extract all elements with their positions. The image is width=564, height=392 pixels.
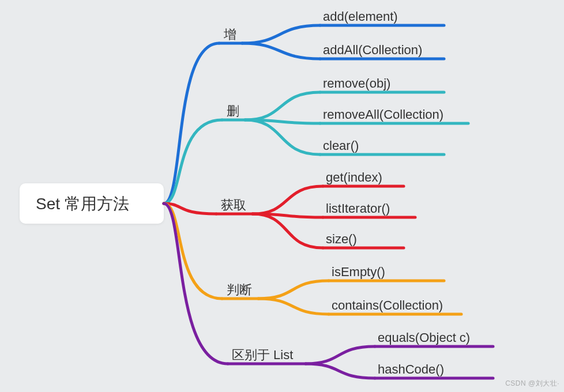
leaf-equals: equals(Object c): [378, 330, 470, 345]
leaf-addall: addAll(Collection): [323, 43, 422, 57]
leaf-removeall: removeAll(Collection): [323, 107, 443, 122]
leaf-get-index: get(index): [326, 170, 382, 184]
leaf-listiterator: listIterator(): [326, 201, 390, 216]
mindmap-canvas: Set 常用方法 增 add(element) addAll(Collectio…: [0, 0, 564, 392]
root-label: Set 常用方法: [36, 195, 129, 213]
leaf-clear: clear(): [323, 138, 359, 153]
branch-add: 增 add(element) addAll(Collection): [164, 9, 444, 203]
leaf-contains: contains(Collection): [332, 298, 443, 312]
branch-remove: 删 remove(obj) removeAll(Collection) clea…: [164, 76, 468, 203]
leaf-add-element: add(element): [323, 9, 398, 24]
root-node: Set 常用方法: [20, 183, 164, 224]
branch-add-label: 增: [223, 27, 236, 42]
leaf-isempty: isEmpty(): [332, 265, 385, 279]
branch-diff-label: 区别于 List: [232, 348, 293, 362]
leaf-size: size(): [326, 232, 357, 246]
branch-remove-label: 删: [227, 104, 239, 118]
branch-judge: 判断 isEmpty() contains(Collection): [164, 203, 461, 314]
branch-diff: 区别于 List equals(Object c) hashCode(): [164, 203, 493, 378]
watermark: CSDN @刘大壮·: [505, 379, 559, 389]
branch-get: 获取 get(index) listIterator() size(): [164, 170, 415, 248]
leaf-hashcode: hashCode(): [378, 362, 444, 376]
branch-judge-label: 判断: [227, 282, 252, 297]
leaf-remove-obj: remove(obj): [323, 76, 390, 91]
branch-get-label: 获取: [221, 198, 246, 212]
